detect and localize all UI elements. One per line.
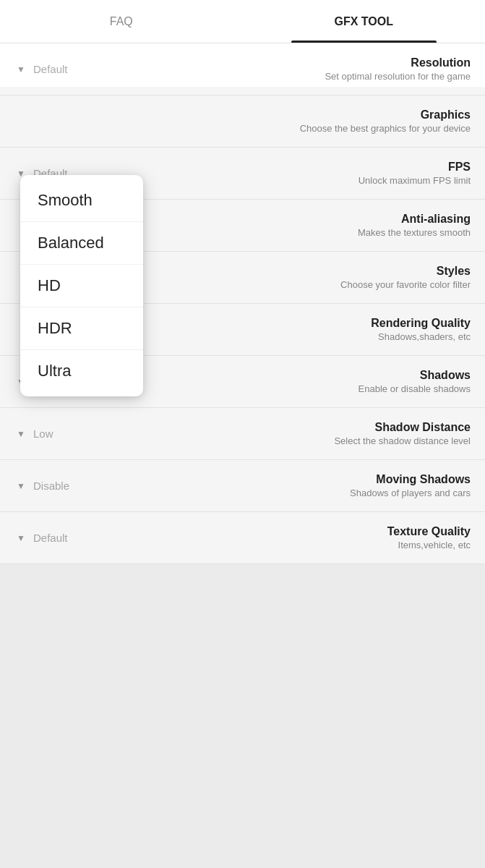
header: FAQ GFX TOOL bbox=[0, 0, 485, 43]
chevron-icon-resolution: ▼ bbox=[14, 63, 27, 76]
dropdown-item-hdr[interactable]: HDR bbox=[20, 307, 143, 350]
setting-right-resolution: Resolution Set optimal resolution for th… bbox=[130, 56, 471, 82]
tab-gfx-label: GFX TOOL bbox=[335, 15, 393, 28]
dropdown-item-hd[interactable]: HD bbox=[20, 265, 143, 307]
dropdown-item-balanced[interactable]: Balanced bbox=[20, 222, 143, 265]
setting-left-resolution: ▼ Default bbox=[14, 63, 130, 76]
dropdown-item-ultra[interactable]: Ultra bbox=[20, 350, 143, 392]
settings-content: ▼ Default Resolution Set optimal resolut… bbox=[0, 43, 485, 564]
graphics-dropdown: Smooth Balanced HD HDR Ultra bbox=[20, 175, 143, 396]
tab-faq-label: FAQ bbox=[110, 15, 133, 28]
setting-desc-resolution: Set optimal resolution for the game bbox=[130, 71, 471, 82]
dropdown-item-smooth[interactable]: Smooth bbox=[20, 179, 143, 222]
tab-gfx-tool[interactable]: GFX TOOL bbox=[243, 0, 486, 43]
setting-title-resolution: Resolution bbox=[130, 56, 471, 69]
setting-value-resolution: Default bbox=[33, 63, 68, 75]
tab-faq[interactable]: FAQ bbox=[0, 0, 243, 43]
